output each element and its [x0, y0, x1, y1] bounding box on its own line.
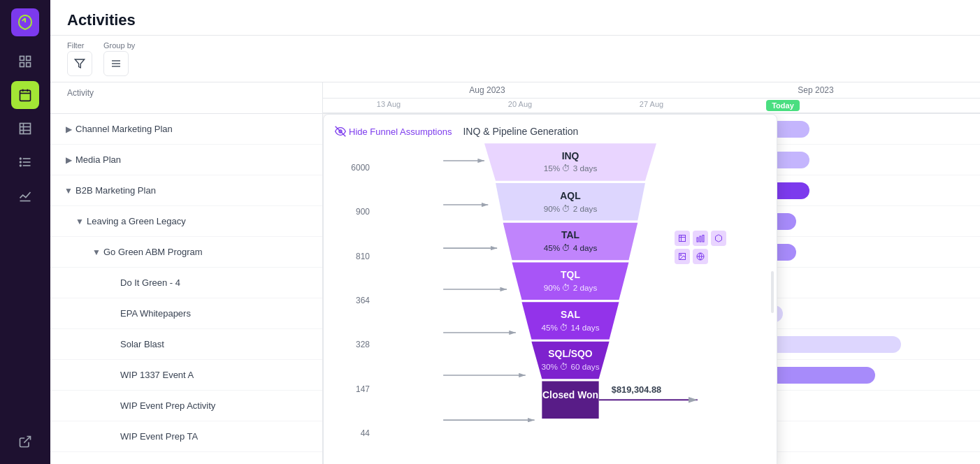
- activity-row: WIP 1337 Event A: [50, 360, 322, 391]
- sidebar-item-list[interactable]: [11, 148, 39, 176]
- filter-button[interactable]: [67, 51, 92, 76]
- activity-column-header: Activity: [50, 82, 323, 113]
- svg-marker-40: [503, 223, 638, 260]
- groupby-icon: [110, 58, 122, 69]
- sidebar-item-table[interactable]: [11, 115, 39, 143]
- date-27aug: 27 Aug: [586, 100, 717, 111]
- activity-row: Do It Green - 4: [50, 268, 322, 298]
- svg-rect-3: [27, 63, 31, 67]
- date-today: Today: [717, 100, 849, 111]
- groupby-button[interactable]: [103, 51, 129, 76]
- expand-button[interactable]: ▼: [89, 245, 103, 259]
- svg-marker-46: [521, 302, 619, 339]
- svg-text:TQL: TQL: [561, 269, 580, 280]
- svg-rect-56: [679, 235, 686, 242]
- filter-icon: [74, 58, 85, 69]
- svg-rect-2: [20, 63, 24, 67]
- svg-text:45% ⏱ 4 days: 45% ⏱ 4 days: [544, 243, 598, 252]
- filter-group: Filter: [67, 41, 92, 76]
- svg-text:15% ⏱ 3 days: 15% ⏱ 3 days: [544, 164, 598, 173]
- funnel-title: INQ & Pipeline Generation: [463, 126, 578, 137]
- activity-name: Go Green ABM Program: [103, 247, 317, 257]
- svg-point-63: [680, 254, 682, 256]
- funnel-svg-wrapper: INQ 15% ⏱ 3 days AQL 90% ⏱ 2 days TAL 45…: [375, 140, 765, 461]
- gantt-months-row: Aug 2023 Sep 2023: [323, 82, 980, 99]
- svg-text:SAL: SAL: [561, 309, 580, 320]
- funnel-value: 328: [335, 340, 370, 349]
- funnel-value: 6000: [335, 163, 370, 173]
- svg-rect-1: [27, 57, 31, 61]
- main-content: Activities Filter Group by Activity: [50, 0, 980, 464]
- activity-name: WIP Event Prep TA: [120, 431, 317, 442]
- today-button[interactable]: Today: [766, 100, 800, 111]
- activity-name: WIP Event Prep Activity: [120, 400, 317, 411]
- activity-row: Solar Blast: [50, 329, 322, 360]
- svg-marker-43: [512, 262, 629, 299]
- svg-text:SQL/SQO: SQL/SQO: [548, 348, 592, 359]
- svg-marker-20: [75, 59, 84, 68]
- funnel-value: 810: [335, 252, 370, 261]
- activity-row: ▼ Leaving a Green Legacy: [50, 206, 322, 237]
- page-header: Activities: [50, 0, 980, 36]
- activity-name: Do It Green - 4: [120, 277, 317, 288]
- activity-name: Solar Blast: [120, 339, 317, 349]
- package-icon: [711, 231, 726, 246]
- funnel-toggle-button[interactable]: Hide Funnel Assumptions: [335, 126, 452, 137]
- table-icon: [675, 231, 690, 246]
- activity-area: ▶ Channel Marketing Plan ▶ Media Plan ▼ …: [50, 114, 980, 464]
- svg-point-16: [20, 161, 22, 163]
- svg-marker-49: [531, 342, 609, 379]
- scroll-indicator: [771, 271, 774, 313]
- svg-line-19: [24, 437, 30, 443]
- date-13aug: 13 Aug: [323, 100, 454, 111]
- tal-icons: [675, 231, 730, 264]
- activity-name: B2B Marketing Plan: [75, 185, 317, 196]
- gantt-column-header: Aug 2023 Sep 2023 13 Aug 20 Aug 27 Aug T…: [323, 82, 980, 113]
- date-extra: [849, 100, 980, 111]
- globe-icon: [693, 249, 708, 264]
- svg-text:90% ⏱ 2 days: 90% ⏱ 2 days: [544, 204, 598, 213]
- column-headers: Activity Aug 2023 Sep 2023 13 Aug 20 Aug…: [50, 82, 980, 114]
- svg-rect-60: [700, 236, 701, 242]
- funnel-svg: INQ 15% ⏱ 3 days AQL 90% ⏱ 2 days TAL 45…: [375, 140, 765, 461]
- funnel-value: 364: [335, 296, 370, 305]
- svg-rect-59: [697, 238, 698, 242]
- filter-label: Filter: [67, 41, 92, 50]
- svg-text:30% ⏱ 60 days: 30% ⏱ 60 days: [541, 362, 599, 371]
- svg-point-17: [20, 165, 22, 166]
- svg-point-15: [20, 158, 22, 159]
- expand-button[interactable]: ▶: [62, 153, 75, 167]
- funnel-visualization: 6000 900 810 364 328 147 44: [335, 140, 765, 461]
- activity-row: ▶ Channel Marketing Plan: [50, 114, 322, 145]
- funnel-overlay: Hide Funnel Assumptions INQ & Pipeline G…: [323, 114, 777, 464]
- sidebar-item-dashboard[interactable]: [11, 48, 39, 75]
- image-icon: [675, 249, 690, 264]
- bar-chart-icon: [693, 231, 708, 246]
- month-sep: Sep 2023: [651, 85, 980, 95]
- svg-rect-61: [702, 235, 704, 242]
- activity-row: ▼ Go Green ABM Program: [50, 237, 322, 268]
- groupby-group: Group by: [103, 41, 135, 76]
- sidebar-item-calendar[interactable]: [11, 81, 39, 109]
- svg-text:INQ: INQ: [562, 150, 579, 161]
- sidebar-item-chart[interactable]: [11, 182, 39, 210]
- expand-button[interactable]: ▼: [62, 184, 75, 198]
- groupby-label: Group by: [103, 41, 135, 50]
- svg-text:45% ⏱ 14 days: 45% ⏱ 14 days: [541, 323, 599, 332]
- activity-name: WIP 1337 Event A: [120, 370, 317, 380]
- activity-name: Channel Marketing Plan: [75, 124, 317, 134]
- sidebar-item-export[interactable]: [11, 428, 39, 456]
- gantt-area: Channel Marketing Plan Media Plan B2B Ma…: [323, 114, 980, 464]
- svg-text:TAL: TAL: [561, 229, 579, 240]
- expand-button[interactable]: ▶: [62, 122, 75, 136]
- funnel-values: 6000 900 810 364 328 147 44: [335, 140, 370, 461]
- gantt-dates-row: 13 Aug 20 Aug 27 Aug Today: [323, 99, 980, 113]
- activity-row: WIP Event Prep Activity: [50, 391, 322, 421]
- svg-marker-37: [496, 183, 645, 220]
- svg-text:Closed Won: Closed Won: [542, 389, 598, 400]
- activity-row: WIP Event Prep TA: [50, 421, 322, 452]
- svg-text:$819,304.88: $819,304.88: [612, 384, 661, 395]
- expand-button[interactable]: ▼: [73, 215, 87, 229]
- funnel-value: 44: [335, 428, 370, 438]
- app-logo: [11, 8, 39, 36]
